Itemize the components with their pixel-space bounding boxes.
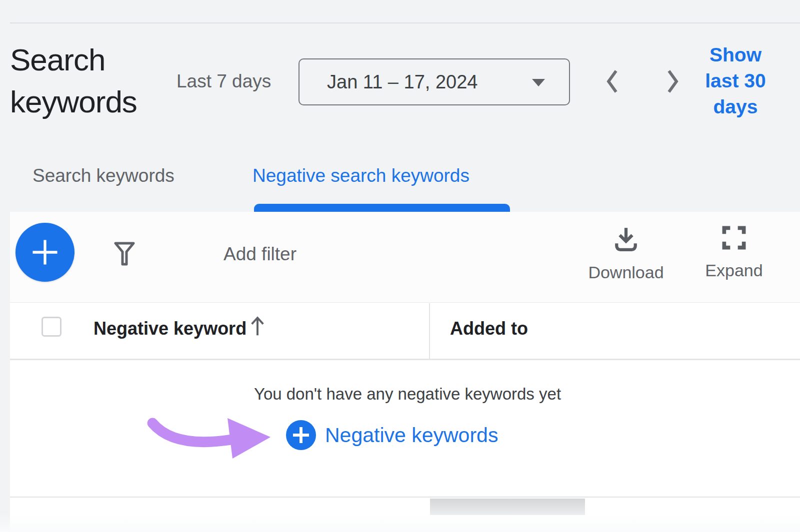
caret-down-icon xyxy=(532,79,545,86)
add-negative-keywords-link[interactable]: Negative keywords xyxy=(286,420,498,451)
header-bottom-divider xyxy=(10,359,800,360)
page-title: Search keywords xyxy=(10,39,180,123)
empty-state-message: You don't have any negative keywords yet xyxy=(232,385,582,404)
chevron-left-icon[interactable] xyxy=(598,67,626,97)
filter-button[interactable] xyxy=(113,240,136,267)
active-tab-indicator xyxy=(254,204,510,212)
show-last-30-days-link[interactable]: Show last 30 days xyxy=(694,42,777,120)
curved-arrow-icon xyxy=(144,411,275,463)
column-divider xyxy=(429,303,430,359)
select-all-checkbox[interactable] xyxy=(42,317,62,337)
download-tray-icon xyxy=(613,226,639,252)
download-button[interactable]: Download xyxy=(586,226,666,282)
funnel-icon xyxy=(113,240,136,267)
add-filter-label[interactable]: Add filter xyxy=(224,244,296,265)
top-divider xyxy=(10,22,800,23)
keywords-table-card: Add filter Download Expand xyxy=(10,212,800,497)
fullscreen-corners-icon xyxy=(722,226,746,250)
column-header-added-to[interactable]: Added to xyxy=(450,318,528,339)
tab-search-keywords[interactable]: Search keywords xyxy=(32,165,174,186)
horizontal-scrollbar-track xyxy=(10,497,800,532)
table-toolbar: Add filter Download Expand xyxy=(10,212,800,303)
add-button[interactable] xyxy=(16,223,74,282)
tab-negative-search-keywords[interactable]: Negative search keywords xyxy=(252,165,470,186)
expand-button[interactable]: Expand xyxy=(699,226,769,280)
date-range-selector[interactable]: Jan 11 – 17, 2024 xyxy=(298,58,570,105)
chevron-right-icon[interactable] xyxy=(659,67,687,97)
arrow-up-icon xyxy=(249,314,266,339)
column-header-negative-keyword[interactable]: Negative keyword xyxy=(94,318,246,339)
add-negative-keywords-label: Negative keywords xyxy=(325,424,498,447)
date-preset-label: Last 7 days xyxy=(176,71,271,92)
expand-label: Expand xyxy=(699,261,769,280)
horizontal-scrollbar-thumb[interactable] xyxy=(430,499,585,515)
date-range-value: Jan 11 – 17, 2024 xyxy=(327,59,478,104)
download-label: Download xyxy=(586,263,666,282)
plus-icon xyxy=(29,236,61,268)
plus-circle-icon xyxy=(286,420,316,450)
table-header-row: Negative keyword Added to xyxy=(10,303,800,359)
